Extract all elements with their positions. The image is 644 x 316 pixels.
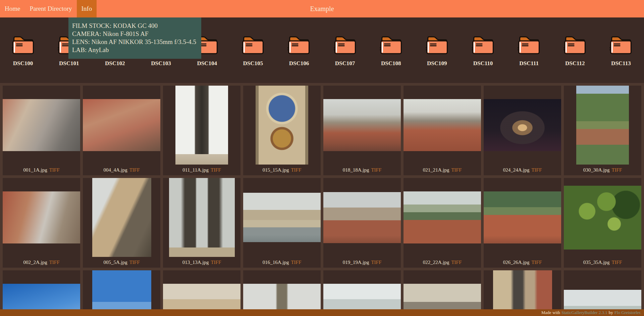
photo-tiff-link[interactable]: TIFF (611, 260, 622, 265)
photo-filename-link[interactable]: 002_2A.jpg (23, 260, 47, 265)
photo-thumbnail[interactable] (3, 191, 80, 243)
photo-thumbnail[interactable] (323, 99, 401, 151)
photo-tiff-link[interactable]: TIFF (611, 167, 622, 173)
photo-cell: 019_19A.jpg TIFF (323, 178, 401, 268)
photo-thumbnail[interactable] (3, 99, 80, 151)
thumb-area (83, 86, 160, 165)
photo-filename-link[interactable]: 011_11A.jpg (182, 167, 209, 173)
folder-item-dsc110[interactable]: DSC110 (460, 35, 506, 67)
photo-tiff-link[interactable]: TIFF (291, 260, 301, 265)
photo-tiff-link[interactable]: TIFF (371, 167, 381, 173)
photo-tiff-link[interactable]: TIFF (129, 260, 140, 265)
photo-caption: 022_22A.jpg TIFF (423, 257, 462, 268)
photo-filename-link[interactable]: 005_5A.jpg (103, 260, 127, 265)
photo-filename-link[interactable]: 026_26A.jpg (503, 260, 530, 265)
photo-filename-link[interactable]: 035_35A.jpg (583, 260, 610, 265)
photo-caption: 015_15A.jpg TIFF (263, 165, 302, 175)
photo-thumbnail[interactable] (83, 99, 160, 151)
photo-tiff-link[interactable]: TIFF (451, 260, 462, 265)
folder-icon (378, 35, 404, 55)
folder-item-dsc112[interactable]: DSC112 (552, 35, 598, 67)
photo-filename-link[interactable]: 001_1A.jpg (23, 167, 47, 173)
photo-cell: 004_4A.jpg TIFF (83, 86, 160, 175)
folder-item-dsc105[interactable]: DSC105 (230, 35, 276, 67)
nav-home-link[interactable]: Home (0, 0, 25, 17)
folder-item-dsc107[interactable]: DSC107 (322, 35, 368, 67)
thumb-area (484, 178, 561, 257)
photo-grid: 001_1A.jpg TIFF 004_4A.jpg TIFF 011_11A.… (0, 83, 644, 316)
photo-caption: 004_4A.jpg TIFF (103, 165, 140, 175)
photo-filename-link[interactable]: 019_19A.jpg (343, 260, 369, 265)
photo-tiff-link[interactable]: TIFF (129, 167, 140, 173)
photo-filename-link[interactable]: 022_22A.jpg (423, 260, 449, 265)
folder-label: DSC113 (611, 60, 631, 67)
folder-item-dsc111[interactable]: DSC111 (506, 35, 552, 67)
folder-item-dsc109[interactable]: DSC109 (414, 35, 460, 67)
photo-caption: 001_1A.jpg TIFF (23, 165, 59, 175)
photo-caption: 013_13A.jpg TIFF (182, 257, 221, 268)
footer-made-with-text: Made with (541, 310, 560, 315)
photo-filename-link[interactable]: 004_4A.jpg (103, 167, 127, 173)
footer-author-link[interactable]: Flo Greistorfer. (614, 310, 641, 315)
photo-cell: 022_22A.jpg TIFF (404, 178, 481, 268)
photo-thumbnail[interactable] (256, 86, 308, 165)
photo-thumbnail[interactable] (92, 178, 151, 257)
thumb-area (323, 86, 401, 165)
folder-label: DSC100 (13, 60, 33, 67)
photo-filename-link[interactable]: 024_24A.jpg (503, 167, 530, 173)
photo-tiff-link[interactable]: TIFF (211, 260, 221, 265)
photo-thumbnail[interactable] (576, 86, 629, 165)
photo-filename-link[interactable]: 015_15A.jpg (263, 167, 289, 173)
photo-filename-link[interactable]: 016_16A.jpg (263, 260, 289, 265)
photo-filename-link[interactable]: 013_13A.jpg (182, 260, 209, 265)
photo-caption: 002_2A.jpg TIFF (23, 257, 59, 268)
photo-thumbnail[interactable] (404, 99, 481, 151)
folder-item-dsc108[interactable]: DSC108 (368, 35, 414, 67)
photo-cell: 035_35A.jpg TIFF (564, 178, 641, 268)
folder-icon (424, 35, 450, 55)
folder-icon (562, 35, 588, 55)
photo-cell: 024_24A.jpg TIFF (484, 86, 561, 175)
photo-thumbnail[interactable] (484, 99, 561, 151)
photo-tiff-link[interactable]: TIFF (371, 260, 381, 265)
photo-tiff-link[interactable]: TIFF (451, 167, 462, 173)
photo-cell: 011_11A.jpg TIFF (163, 86, 240, 175)
photo-caption: 005_5A.jpg TIFF (103, 257, 140, 268)
photo-tiff-link[interactable]: TIFF (531, 260, 542, 265)
folder-item-dsc113[interactable]: DSC113 (598, 35, 644, 67)
nav-info-link[interactable]: Info (77, 0, 97, 17)
photo-cell: 018_18A.jpg TIFF (323, 86, 401, 175)
info-panel: FILM STOCK: KODAK GC 400 CAMERA: Nikon F… (68, 17, 201, 59)
folder-icon (608, 35, 634, 55)
folder-item-dsc100[interactable]: DSC100 (0, 35, 46, 67)
photo-tiff-link[interactable]: TIFF (49, 260, 60, 265)
photo-thumbnail[interactable] (484, 191, 561, 243)
thumb-area (484, 86, 561, 165)
photo-cell: 015_15A.jpg TIFF (243, 86, 321, 175)
footer-builder-link[interactable]: StaticGalleryBuilder 2.3.1 (561, 310, 607, 315)
photo-tiff-link[interactable]: TIFF (531, 167, 542, 173)
photo-thumbnail[interactable] (175, 86, 228, 165)
photo-tiff-link[interactable]: TIFF (291, 167, 301, 173)
photo-cell: 013_13A.jpg TIFF (163, 178, 240, 268)
photo-caption: 030_30A.jpg TIFF (583, 165, 622, 175)
thumb-area (83, 178, 160, 257)
photo-tiff-link[interactable]: TIFF (49, 167, 60, 173)
photo-filename-link[interactable]: 030_30A.jpg (583, 167, 610, 173)
nav-parent-directory-link[interactable]: Parent Directory (25, 0, 76, 17)
photo-filename-link[interactable]: 021_21A.jpg (423, 167, 449, 173)
photo-thumbnail[interactable] (323, 192, 401, 243)
photo-tiff-link[interactable]: TIFF (211, 167, 221, 173)
photo-thumbnail[interactable] (169, 178, 235, 257)
folder-label: DSC105 (243, 60, 263, 67)
folder-label: DSC107 (335, 60, 355, 67)
folder-item-dsc106[interactable]: DSC106 (276, 35, 322, 67)
photo-cell: 030_30A.jpg TIFF (564, 86, 641, 175)
photo-thumbnail[interactable] (404, 191, 481, 243)
photo-cell: 005_5A.jpg TIFF (83, 178, 160, 268)
photo-thumbnail[interactable] (564, 186, 641, 250)
photo-thumbnail[interactable] (243, 193, 321, 242)
folder-icon (286, 35, 312, 55)
photo-filename-link[interactable]: 018_18A.jpg (343, 167, 369, 173)
footer: Made with StaticGalleryBuilder 2.3.1 by … (0, 309, 644, 316)
